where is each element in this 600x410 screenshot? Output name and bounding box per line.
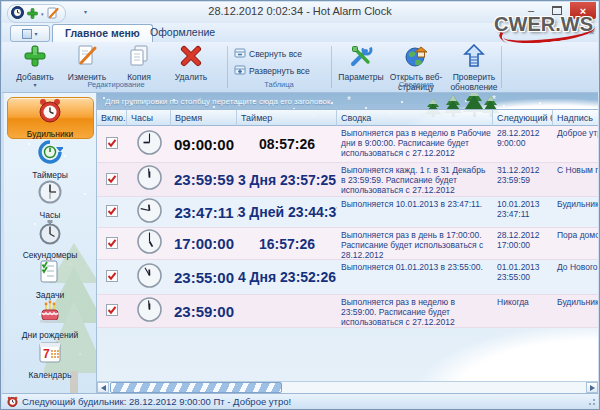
horizontal-scrollbar[interactable] [97, 381, 598, 393]
calendar-icon: 7 [37, 339, 63, 369]
clock-cell [127, 295, 171, 327]
ribbon-button-settings[interactable]: Параметры [336, 44, 386, 83]
group-separator [501, 46, 502, 88]
enabled-checkbox[interactable] [106, 203, 118, 221]
sidebar-item-label: Календарь [29, 370, 72, 380]
alarm-countdown: 3 Дня 23:57:25 [238, 172, 336, 188]
ribbon-button-collapse[interactable]: Свернуть все [234, 47, 302, 61]
caption-cell: Будильник [553, 197, 598, 227]
ribbon-button-edit[interactable]: Изменить [62, 44, 112, 83]
column-header-1[interactable]: Часы [127, 109, 171, 126]
ribbon-button-delete[interactable]: Удалить [166, 44, 216, 83]
app-menu-icon [22, 29, 32, 39]
alarm-summary: Выполняется раз в неделю в 23:59:00. Рас… [341, 297, 491, 327]
table-row[interactable]: 17:00:0016:57:26Выполняется раз в день в… [97, 228, 598, 260]
ribbon-button-label: Свернуть все [249, 49, 302, 59]
next-alarm-cell: Никогда [493, 295, 553, 327]
summary-cell: Выполняется раз в день в 17:00:00. Распи… [337, 228, 493, 259]
alarm-time: 23:55:00 [174, 269, 234, 286]
alarm-caption: До Нового года [557, 262, 598, 272]
table-row[interactable]: 23:55:004 Дня 23:52:26Выполняется 01.01.… [97, 260, 598, 295]
caption-cell: До Нового года [553, 260, 598, 294]
scrollbar-thumb[interactable] [110, 382, 282, 393]
svg-text:7: 7 [43, 347, 50, 361]
column-header-2[interactable]: Время [171, 109, 237, 126]
row-clock-icon [136, 228, 163, 259]
enabled-cell [97, 260, 127, 294]
sidebar-item-clock[interactable]: Часы [8, 179, 93, 219]
column-header-6[interactable]: Надпись [553, 109, 598, 126]
scroll-right-arrow[interactable] [586, 382, 598, 393]
row-clock-icon [136, 262, 163, 293]
application-menu-button[interactable]: ▾ [10, 25, 50, 42]
table-row[interactable]: 23:47:1113 Дней 23:44:37Выполняется 10.0… [97, 197, 598, 228]
ribbon-group-caption: Редактирование [8, 80, 224, 91]
alarm-time: 23:59:00 [174, 303, 234, 320]
enabled-checkbox[interactable] [106, 171, 118, 189]
column-header-0[interactable]: Вклю... [97, 109, 127, 126]
alarm-countdown: 16:57:26 [259, 236, 315, 252]
clock-cell [127, 260, 171, 294]
alarm-summary: Выполняется 01.01.2013 в 23:55:00. [341, 262, 483, 272]
update-icon [462, 44, 486, 72]
scroll-left-arrow[interactable] [97, 382, 109, 393]
row-clock-icon [136, 296, 163, 327]
status-bar: Следующий будильник: 28.12.2012 9:00:00 … [2, 393, 598, 408]
resize-grip[interactable] [586, 396, 596, 406]
enabled-checkbox[interactable] [106, 302, 118, 320]
enabled-cell [97, 295, 127, 327]
next-alarm-cell: 31.12.2012 23:59:59 [493, 163, 553, 196]
enabled-checkbox[interactable] [106, 235, 118, 253]
timer-cell: 13 Дней 23:44:37 [237, 197, 337, 227]
column-header-4[interactable]: Сводка [337, 109, 493, 126]
caption-cell: С Новым годом [553, 163, 598, 196]
copy-icon [127, 44, 151, 72]
group-separator [331, 46, 332, 88]
row-clock-icon [136, 164, 163, 195]
tab-appearance[interactable]: Оформление [138, 24, 227, 41]
enabled-checkbox[interactable] [106, 268, 118, 286]
enabled-checkbox[interactable] [106, 135, 118, 153]
sidebar-item-tasks[interactable]: Задачи [8, 259, 93, 299]
snowflake-icon: * [347, 95, 351, 106]
arrow-left-icon [101, 385, 106, 391]
alarm-countdown: 13 Дней 23:44:37 [237, 204, 337, 220]
table-row[interactable]: 23:59:00Выполняется раз в неделю в 23:59… [97, 295, 598, 328]
ribbon-button-expand[interactable]: Развернуть все [234, 64, 310, 78]
ribbon-group-0: Добавить▾ИзменитьКопияУдалитьРедактирова… [8, 43, 228, 91]
table-row[interactable]: 09:00:0008:57:26Выполняется раз в неделю… [97, 126, 598, 163]
sidebar-item-birthday[interactable]: Дни рождений [8, 299, 93, 339]
edit-icon [75, 44, 99, 72]
enabled-cell [97, 126, 127, 162]
next-alarm-date: 28.12.2012 17:00:00 [497, 230, 551, 250]
alarm-rows: 09:00:0008:57:26Выполняется раз в неделю… [97, 126, 598, 328]
next-alarm-date: 28.12.2012 9:00:00 [497, 128, 551, 148]
ribbon-group-2: ПараметрыОткрыть веб-страницуПроверить о… [334, 43, 502, 91]
sidebar-item-calendar[interactable]: 7Календарь [8, 339, 93, 379]
enabled-cell [97, 228, 127, 259]
web-icon [404, 44, 428, 72]
clock-icon [37, 179, 63, 209]
table-row[interactable]: 23:59:593 Дня 23:57:25Выполняется кажд. … [97, 163, 598, 197]
summary-cell: Выполняется раз в неделю в 23:59:00. Рас… [337, 295, 493, 327]
column-header-5[interactable]: Следующий б... [493, 109, 553, 126]
sidebar-item-timer[interactable]: Таймеры [8, 139, 93, 179]
column-header-3[interactable]: Таймер [237, 109, 337, 126]
timer-cell: 08:57:26 [237, 126, 337, 162]
alarm-summary: Выполняется раз в день в 17:00:00. Распи… [341, 230, 491, 259]
alarm-caption: Будильник [557, 297, 598, 307]
sidebar-item-stopwatch[interactable]: Секундомеры [8, 219, 93, 259]
arrow-right-icon [590, 385, 595, 391]
row-clock-icon [136, 129, 163, 160]
sidebar-item-alarm[interactable]: Будильники [7, 97, 94, 139]
ribbon-group-caption: Таблица [230, 80, 328, 91]
alarm-caption: Пора домой [557, 230, 598, 240]
alarm-time: 23:59:59 [174, 171, 234, 188]
ribbon-group-1: Свернуть всеРазвернуть всеТаблица [230, 43, 332, 91]
ribbon-button-copy[interactable]: Копия [114, 44, 164, 83]
delete-icon [179, 44, 203, 72]
time-cell: 17:00:00 [171, 228, 237, 259]
table-header: Вклю...ЧасыВремяТаймерСводкаСледующий б.… [97, 109, 598, 126]
alarm-time: 23:47:11 [174, 204, 233, 221]
alarm-caption: Доброе утро [557, 128, 598, 138]
